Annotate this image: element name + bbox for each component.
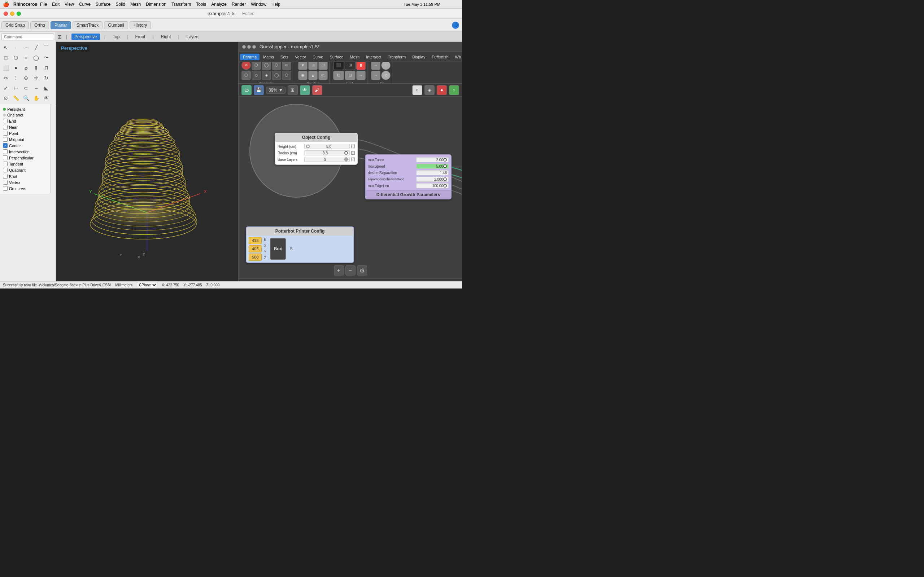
gh-inp-4[interactable]: ⊡ xyxy=(333,71,344,80)
gh-menu-display[interactable]: Display xyxy=(409,54,428,60)
maximize-button[interactable] xyxy=(16,11,21,16)
gh-close[interactable] xyxy=(242,45,246,49)
gh-prim-5[interactable]: ▲ xyxy=(308,71,318,80)
tab-front[interactable]: Front xyxy=(132,34,148,40)
gh-menu-curve[interactable]: Curve xyxy=(310,54,326,60)
cplane-select[interactable]: CPlane xyxy=(137,282,157,288)
tool-view3d[interactable]: 👁 xyxy=(41,93,51,103)
gh-menu-wb[interactable]: Wb xyxy=(452,54,462,60)
gh-inp-6[interactable]: → xyxy=(356,71,366,80)
node-diff-growth[interactable]: maxForce 2.00 maxSpeed 5.00 xyxy=(365,154,452,200)
tool-freeform[interactable]: 〜 xyxy=(41,53,51,63)
menu-edit[interactable]: Edit xyxy=(52,2,60,7)
tool-trim[interactable]: ✂ xyxy=(1,73,11,83)
snap-near[interactable]: Near xyxy=(2,124,49,130)
tool-arc[interactable]: ⌒ xyxy=(41,43,51,53)
grid-snap-button[interactable]: Grid Snap xyxy=(2,21,29,29)
tool-box[interactable]: ⬜ xyxy=(1,63,11,73)
smarttrack-button[interactable]: SmartTrack xyxy=(73,21,103,29)
tool-line[interactable]: ╱ xyxy=(31,43,41,53)
gh-icon-10[interactable]: ⬡ xyxy=(282,71,291,80)
tool-extrude[interactable]: ⬆ xyxy=(31,63,41,73)
gh-fit-btn[interactable]: ⊞ xyxy=(288,85,298,95)
tab-right[interactable]: Right xyxy=(158,34,174,40)
apple-menu[interactable]: 🍎 xyxy=(3,2,9,7)
gh-util-3[interactable]: → xyxy=(371,71,380,80)
snap-midpoint[interactable]: Midpoint xyxy=(2,136,49,142)
menu-file[interactable]: File xyxy=(40,2,47,7)
minimize-button[interactable] xyxy=(10,11,15,16)
gh-prim-1[interactable]: ▼ xyxy=(298,62,307,70)
tool-ellipse[interactable]: ◯ xyxy=(31,53,41,63)
gh-icon-1[interactable]: ✕ xyxy=(241,62,251,70)
gh-menu-intersect[interactable]: Intersect xyxy=(363,54,384,60)
tab-top[interactable]: Top xyxy=(110,34,122,40)
menu-dimension[interactable]: Dimension xyxy=(146,2,166,7)
app-name[interactable]: Rhinoceros xyxy=(13,2,37,7)
snap-center[interactable]: ✓ Center xyxy=(2,142,49,148)
gh-icon-3[interactable]: ◯ xyxy=(262,62,271,70)
node-object-config[interactable]: Object Config Height (cm) 5.0 xyxy=(275,133,358,165)
menu-view[interactable]: View xyxy=(65,2,74,7)
snap-end[interactable]: End xyxy=(2,118,49,124)
gh-menu-sets[interactable]: Sets xyxy=(278,54,291,60)
snap-knot[interactable]: Knot xyxy=(2,173,49,179)
gh-prim-4[interactable]: ◉ xyxy=(298,71,307,80)
tool-move[interactable]: ✛ xyxy=(31,73,41,83)
gh-settings[interactable]: ⚙ xyxy=(357,266,367,276)
snap-persistent[interactable]: Persistent xyxy=(2,106,49,112)
gh-menu-mesh[interactable]: Mesh xyxy=(347,54,362,60)
command-input[interactable] xyxy=(2,33,54,40)
node-potterbot[interactable]: Potterbot Printer Config 415 405 500 B xyxy=(246,226,354,263)
snap-quadrant[interactable]: Quadrant xyxy=(2,167,49,173)
tool-loft[interactable]: ⊓ xyxy=(41,63,51,73)
gh-inp-5[interactable]: ⊟ xyxy=(345,71,355,80)
tool-mirror[interactable]: ⊢ xyxy=(11,83,21,93)
gh-menu-surface[interactable]: Surface xyxy=(327,54,346,60)
snap-perpendicular[interactable]: Perpendicular xyxy=(2,155,49,161)
tool-offset[interactable]: ⊂ xyxy=(21,83,31,93)
tool-polygon[interactable]: ⬡ xyxy=(11,53,21,63)
menu-transform[interactable]: Transform xyxy=(171,2,191,7)
gh-open-btn[interactable]: 🗁 xyxy=(241,85,252,95)
gh-menu-vector[interactable]: Vector xyxy=(292,54,309,60)
tool-circle[interactable]: ○ xyxy=(21,53,31,63)
gumball-button[interactable]: Gumball xyxy=(104,21,128,29)
gh-menu-maths[interactable]: Maths xyxy=(260,54,277,60)
gh-menu-params[interactable]: Params xyxy=(240,54,260,60)
gh-prim-3[interactable]: ⊡ xyxy=(318,62,328,70)
gh-icon-4[interactable]: ⬡ xyxy=(272,62,281,70)
gh-inp-2[interactable]: ⊞ xyxy=(345,62,355,70)
tool-join[interactable]: ⊕ xyxy=(21,73,31,83)
tool-osnap[interactable]: ⊙ xyxy=(1,93,11,103)
gh-inp-3[interactable]: ▮ xyxy=(356,62,366,70)
tool-zoom[interactable]: 🔍 xyxy=(21,93,31,103)
close-button[interactable] xyxy=(3,11,8,16)
ortho-button[interactable]: Ortho xyxy=(30,21,49,29)
gh-util-2[interactable]: ⊙ xyxy=(381,62,391,70)
gh-icon-2[interactable]: ⬡ xyxy=(252,62,261,70)
gh-right-1[interactable]: ○ xyxy=(412,85,422,95)
snap-one-shot[interactable]: One shot xyxy=(2,112,49,118)
gh-eye-btn[interactable]: 👁 xyxy=(300,85,310,95)
menu-solid[interactable]: Solid xyxy=(115,2,125,7)
snap-on-curve[interactable]: On curve xyxy=(2,185,49,192)
gh-icon-7[interactable]: ◇ xyxy=(252,71,261,80)
gh-zoom-in[interactable]: + xyxy=(334,266,344,276)
gh-prim-2[interactable]: ⊞ xyxy=(308,62,318,70)
gh-util-4[interactable]: ⊘ xyxy=(381,71,391,80)
history-button[interactable]: History xyxy=(129,21,151,29)
snap-tangent[interactable]: Tangent xyxy=(2,161,49,167)
gh-icon-9[interactable]: ◯ xyxy=(272,71,281,80)
snap-intersection[interactable]: Intersection xyxy=(2,148,49,155)
tool-fillet[interactable]: ⌣ xyxy=(31,83,41,93)
gh-min[interactable] xyxy=(247,45,251,49)
menu-window[interactable]: Window xyxy=(251,2,267,7)
gh-util-1[interactable]: → xyxy=(371,62,380,70)
tool-measure[interactable]: 📏 xyxy=(11,93,21,103)
box-node[interactable]: Box xyxy=(270,238,286,259)
gh-icon-6[interactable]: ⬡ xyxy=(241,71,251,80)
gh-max[interactable] xyxy=(252,45,256,49)
gh-zoom-out[interactable]: − xyxy=(346,266,355,276)
tool-point[interactable]: · xyxy=(11,43,21,53)
